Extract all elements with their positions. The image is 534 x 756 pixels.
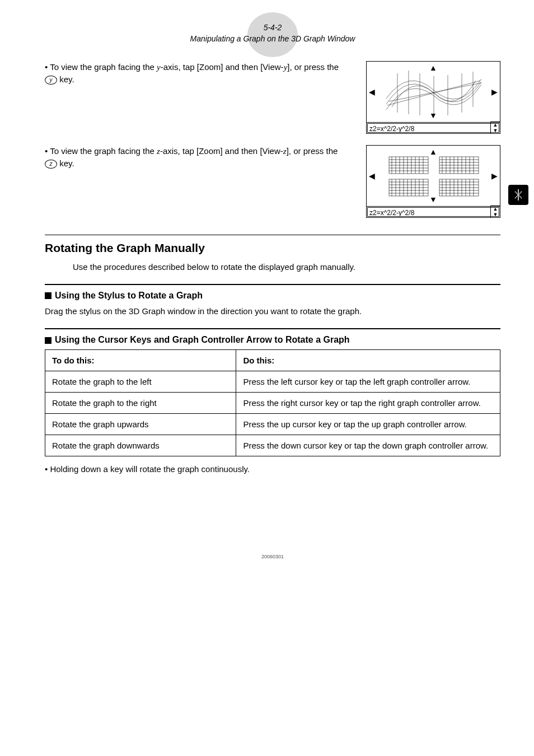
y-key-icon: y [45, 76, 57, 85]
section-body: Use the procedures described below to ro… [73, 261, 500, 273]
page-header: 5-4-2 Manipulating a Graph on the 3D Gra… [45, 22, 500, 44]
arrow-down-icon[interactable]: ▼ [429, 110, 437, 122]
grid-top-view-icon [383, 154, 484, 199]
date-stamp: 20060301 [45, 553, 500, 561]
arrow-left-icon[interactable]: ◀ [369, 87, 375, 98]
graph-scroll-icon[interactable]: ▲▼ [490, 206, 500, 218]
arrow-up-icon[interactable]: ▲ [429, 63, 437, 74]
section-title-rotating: Rotating the Graph Manually [45, 240, 500, 256]
arrow-right-icon[interactable]: ▶ [491, 171, 498, 182]
table-header-todo: To do this: [45, 350, 236, 371]
app-section-icon [508, 185, 528, 205]
table-header-dothis: Do this: [236, 350, 500, 371]
graph-scroll-icon[interactable]: ▲▼ [490, 122, 500, 134]
instruction-table: To do this: Do this: Rotate the graph to… [45, 349, 500, 456]
page-number: 5-4-2 [45, 22, 500, 34]
sub-body-stylus: Drag the stylus on the 3D Graph window i… [45, 305, 500, 317]
arrow-left-icon[interactable]: ◀ [369, 171, 375, 182]
page-title: Manipulating a Graph on the 3D Graph Win… [45, 34, 500, 45]
graph-equation-label: z2=x^2/2-y^2/8 [367, 207, 499, 217]
z-key-icon: z [45, 160, 57, 169]
arrow-down-icon[interactable]: ▼ [429, 194, 437, 206]
table-row: Rotate the graph upwards Press the up cu… [45, 414, 500, 435]
table-row: Rotate the graph to the left Press the l… [45, 371, 500, 393]
bullet-y-axis: • To view the graph facing the y-axis, t… [45, 61, 366, 85]
sub-heading-cursor-keys: Using the Cursor Keys and Graph Controll… [45, 334, 500, 346]
sub-heading-stylus: Using the Stylus to Rotate a Graph [45, 290, 500, 302]
table-row: Rotate the graph downwards Press the dow… [45, 435, 500, 456]
bullet-z-axis: • To view the graph facing the z-axis, t… [45, 145, 366, 169]
footnote: • Holding down a key will rotate the gra… [45, 463, 500, 475]
graph-equation-label: z2=x^2/2-y^2/8 [367, 123, 499, 133]
graph-view-y: ▲ ▼ ◀ ▶ z2=x^2/2-y^2/8 ▲▼ [366, 61, 500, 134]
graph-view-z: ▲ ▼ ◀ ▶ z2=x^2/2-y^2/8 ▲▼ [366, 145, 500, 218]
arrow-up-icon[interactable]: ▲ [429, 147, 437, 158]
arrow-right-icon[interactable]: ▶ [491, 87, 498, 98]
table-row: Rotate the graph to the right Press the … [45, 393, 500, 414]
